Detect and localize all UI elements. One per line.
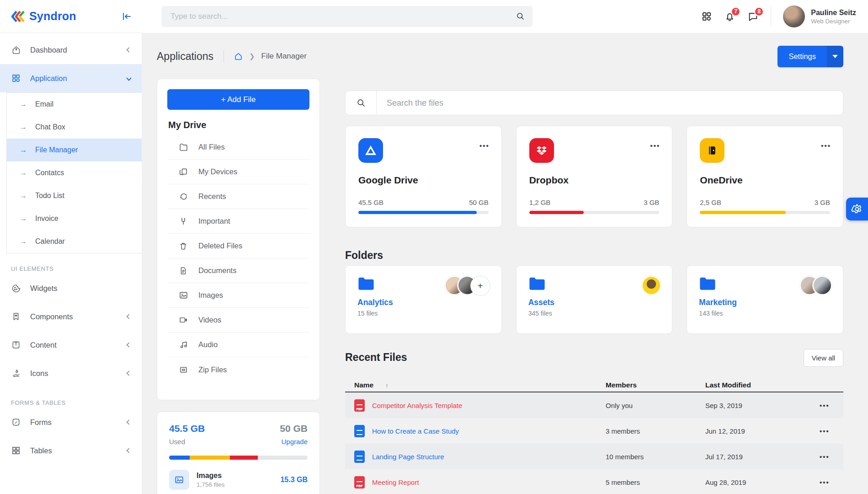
sidebar-item-contatcs[interactable]: →Contatcs — [7, 161, 142, 184]
sidebar-item-application[interactable]: Application — [0, 64, 142, 92]
history-icon — [178, 192, 188, 202]
sidebar-item-components[interactable]: Components — [0, 302, 142, 331]
document-icon — [178, 266, 188, 276]
drive-item-audio[interactable]: Audio — [167, 333, 309, 357]
file-name-link[interactable]: Landing Page Structure — [372, 453, 444, 461]
folder-members: + — [445, 276, 490, 296]
topbar: 7 8 Pauline Seitz Web Designer — [142, 0, 868, 33]
sidebar-item-chat-box[interactable]: →Chat Box — [7, 116, 142, 139]
theme-settings-fab[interactable] — [846, 198, 868, 220]
settings-button-label[interactable]: Settings — [777, 46, 827, 67]
storage-item-files: 1,756 files — [197, 481, 225, 488]
drive-item-important[interactable]: Important — [167, 209, 309, 234]
storage-item-images[interactable]: Images 1,756 files 15.3 GB — [169, 470, 308, 490]
file-members: 3 members — [606, 427, 705, 435]
storage-used-label: Used — [169, 438, 185, 446]
user-menu[interactable]: Pauline Seitz Web Designer — [783, 5, 856, 27]
cloud-card-dropbox[interactable]: ••• Dropbox 1,2 GB 3 GB — [516, 126, 673, 227]
cloud-progress-bar — [529, 211, 660, 214]
brand-logo[interactable]: Syndron — [11, 10, 122, 23]
settings-dropdown-toggle[interactable] — [827, 46, 843, 67]
sidebar-item-label: Email — [35, 100, 53, 108]
sidebar-nav: Dashboard Application →Email →Chat Box →… — [0, 33, 142, 465]
cloud-card-name: Dropbox — [529, 175, 660, 186]
files-search-input[interactable] — [377, 91, 843, 115]
cloud-used: 2,5 GB — [700, 199, 721, 206]
notification-badge: 7 — [731, 7, 740, 16]
sidebar-item-invoice[interactable]: →Invoice — [7, 207, 142, 230]
row-menu-button[interactable]: ••• — [806, 453, 843, 461]
folder-members — [800, 276, 832, 295]
folder-name[interactable]: Analytics — [357, 298, 490, 307]
storage-upgrade-link[interactable]: Upgrade — [281, 438, 308, 446]
chevron-left-icon — [126, 419, 131, 424]
view-all-button[interactable]: View all — [804, 349, 843, 367]
sort-ascending-icon[interactable]: ↑ — [385, 382, 389, 389]
global-search — [161, 6, 533, 27]
sidebar-item-label: Icons — [30, 369, 127, 378]
folder-card-analytics[interactable]: + Analytics 15 files — [345, 265, 502, 334]
sidebar-item-dashboard[interactable]: Dashboard — [0, 36, 142, 64]
drive-item-zip-files[interactable]: Zip Files — [167, 357, 309, 382]
add-member-button[interactable]: + — [470, 276, 490, 296]
sidebar-collapse-button[interactable] — [122, 12, 132, 21]
drive-item-documents[interactable]: Documents — [167, 258, 309, 283]
home-icon[interactable] — [234, 52, 243, 61]
column-header-members[interactable]: Members — [606, 381, 705, 389]
row-menu-button[interactable]: ••• — [806, 402, 843, 409]
sidebar-item-forms[interactable]: Forms — [0, 408, 142, 436]
search-icon[interactable] — [346, 91, 377, 115]
table-row[interactable]: Landing Page Structure 10 members Jul 17… — [345, 444, 843, 469]
folders-row: + Analytics 15 files Assets 345 files Ma — [345, 265, 843, 334]
folder-card-marketing[interactable]: Marketing 143 files — [687, 265, 843, 334]
file-name-link[interactable]: Meeting Report — [372, 478, 419, 486]
storage-item-size: 15.3 GB — [280, 476, 308, 484]
column-header-modified[interactable]: Last Modified — [705, 381, 806, 389]
push-pin-icon — [178, 216, 188, 226]
brand-chevrons-icon — [11, 11, 25, 22]
card-menu-button[interactable]: ••• — [650, 142, 660, 150]
cloud-card-google-drive[interactable]: ••• Google Drive 45.5 GB 50 GB — [345, 126, 502, 227]
search-icon[interactable] — [516, 11, 525, 21]
drive-item-deleted-files[interactable]: Deleted Files — [167, 234, 309, 258]
row-menu-button[interactable]: ••• — [806, 427, 843, 435]
drive-item-videos[interactable]: Videos — [167, 308, 309, 333]
sidebar-item-content[interactable]: Content — [0, 331, 142, 359]
cloud-progress-bar — [358, 211, 489, 214]
drive-item-my-devices[interactable]: My Devices — [167, 160, 309, 184]
sidebar-item-calendar[interactable]: →Calendar — [7, 230, 142, 253]
cloud-card-onedrive[interactable]: ••• OneDrive 2,5 GB 3 GB — [687, 126, 843, 227]
drive-item-recents[interactable]: Recents — [167, 184, 309, 209]
file-name-link[interactable]: Competitor Analysis Template — [372, 402, 462, 409]
notifications-button[interactable]: 7 — [724, 11, 735, 22]
card-menu-button[interactable]: ••• — [821, 142, 831, 150]
app: Syndron Dashboard — [0, 0, 868, 494]
table-row[interactable]: How to Create a Case Study 3 members Jun… — [345, 418, 843, 444]
folder-name[interactable]: Marketing — [699, 298, 831, 307]
apps-grid-button[interactable] — [701, 11, 712, 22]
table-row[interactable]: PDF Meeting Report 5 members Aug 28, 201… — [345, 469, 843, 494]
card-menu-button[interactable]: ••• — [479, 142, 490, 150]
sidebar-item-todo-list[interactable]: →Todo List — [7, 184, 142, 207]
add-file-button[interactable]: + Add File — [167, 89, 309, 110]
sidebar-item-widgets[interactable]: Widgets — [0, 274, 142, 302]
sidebar-item-icons[interactable]: Icons — [0, 359, 142, 387]
sidebar-item-email[interactable]: →Email — [7, 93, 142, 116]
file-name-link[interactable]: How to Create a Case Study — [372, 427, 459, 435]
sidebar-item-tables[interactable]: Tables — [0, 436, 142, 465]
row-menu-button[interactable]: ••• — [806, 478, 843, 486]
settings-button[interactable]: Settings — [777, 46, 843, 67]
messages-button[interactable]: 8 — [747, 11, 759, 22]
global-search-input[interactable] — [161, 6, 533, 27]
folder-card-assets[interactable]: Assets 345 files — [516, 265, 673, 334]
file-members: Only you — [606, 402, 705, 409]
drive-item-all-files[interactable]: All Files — [167, 135, 309, 160]
drive-item-images[interactable]: Images — [167, 283, 309, 308]
table-row[interactable]: PDF Competitor Analysis Template Only yo… — [345, 392, 843, 418]
image-icon — [169, 470, 189, 490]
column-header-name[interactable]: Name ↑ — [345, 381, 606, 389]
folder-name[interactable]: Assets — [528, 298, 660, 307]
sidebar-item-label: Forms — [30, 418, 127, 427]
sidebar-item-file-manager[interactable]: →File Manager — [7, 139, 142, 161]
application-submenu: →Email →Chat Box →File Manager →Contatcs… — [6, 92, 142, 253]
